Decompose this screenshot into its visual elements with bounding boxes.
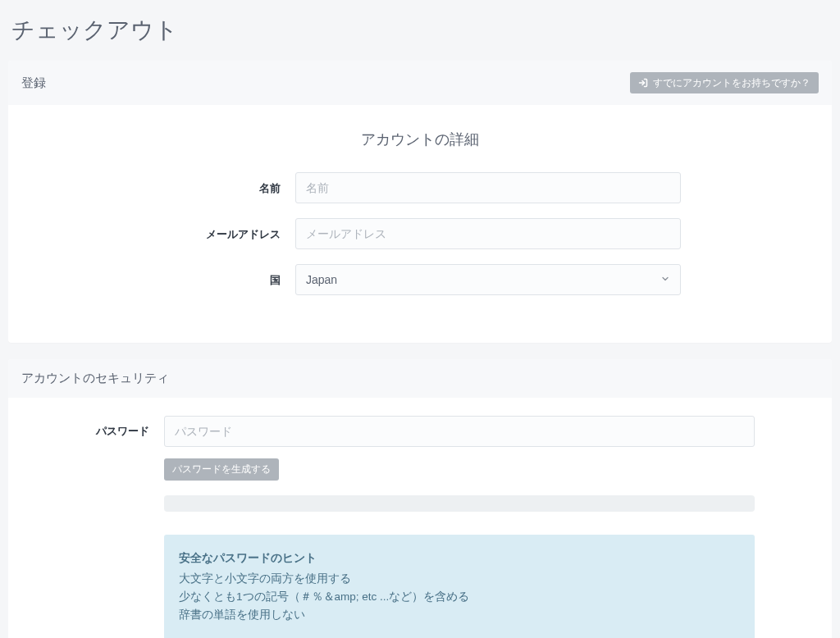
register-panel: 登録 すでにアカウントをお持ちですか？ アカウントの詳細 名前 — [8, 61, 832, 343]
chevron-down-icon — [660, 273, 670, 286]
account-details-title: アカウントの詳細 — [25, 130, 815, 149]
security-panel: アカウントのセキュリティ パスワード パスワードを生成する 安全なパスワードのヒ… — [8, 359, 832, 638]
email-input[interactable] — [295, 218, 681, 249]
password-hint-line-3: 辞書の単語を使用しない — [179, 606, 740, 624]
security-panel-header: アカウントのセキュリティ — [8, 359, 832, 398]
page-title: チェックアウト — [11, 15, 829, 46]
name-input[interactable] — [295, 172, 681, 203]
name-label: 名前 — [25, 180, 295, 196]
country-label: 国 — [25, 271, 295, 288]
password-hint-box: 安全なパスワードのヒント 大文字と小文字の両方を使用する 少なくとも1つの記号（… — [164, 535, 755, 638]
password-input[interactable] — [164, 416, 755, 447]
password-hint-title: 安全なパスワードのヒント — [179, 549, 740, 567]
generate-password-label: パスワードを生成する — [172, 463, 271, 475]
password-strength-bar — [164, 495, 755, 512]
sign-in-icon — [638, 78, 648, 88]
security-header-text: アカウントのセキュリティ — [21, 371, 169, 386]
register-header-text: 登録 — [21, 75, 46, 91]
email-label: メールアドレス — [25, 226, 295, 242]
password-hint-line-2: 少なくとも1つの記号（＃％＆amp; etc ...など）を含める — [179, 588, 740, 606]
password-label: パスワード — [25, 416, 164, 439]
password-hint-line-1: 大文字と小文字の両方を使用する — [179, 570, 740, 588]
already-have-account-label: すでにアカウントをお持ちですか？ — [653, 77, 810, 89]
already-have-account-button[interactable]: すでにアカウントをお持ちですか？ — [630, 72, 819, 93]
generate-password-button[interactable]: パスワードを生成する — [164, 458, 279, 480]
register-panel-header: 登録 すでにアカウントをお持ちですか？ — [8, 61, 832, 105]
country-selected-value: Japan — [306, 273, 337, 286]
country-select[interactable]: Japan — [295, 264, 681, 295]
